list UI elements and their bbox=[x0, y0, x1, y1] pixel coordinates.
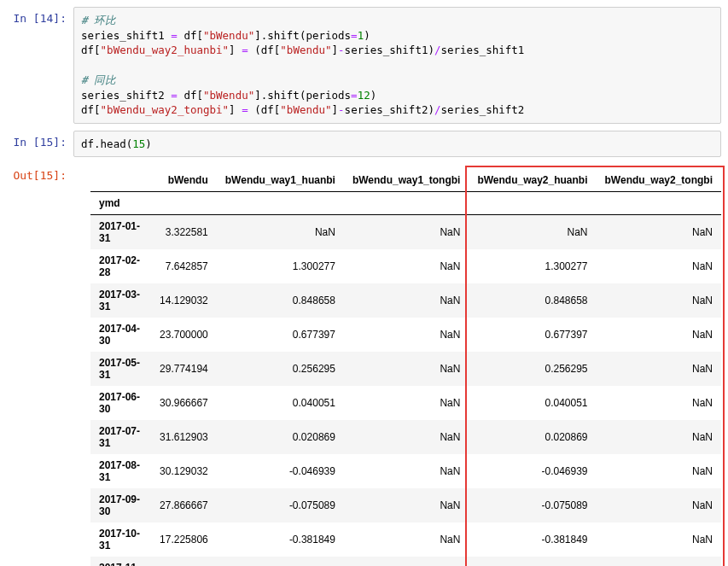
column-header: bWendu_way1_tongbi bbox=[344, 169, 469, 192]
index-name: ymd bbox=[90, 192, 151, 215]
code-input[interactable]: df.head(15) bbox=[73, 131, 721, 158]
table-cell: -0.046939 bbox=[217, 454, 344, 488]
table-cell: NaN bbox=[597, 215, 721, 250]
table-cell: NaN bbox=[597, 522, 721, 557]
output-prompt: Out[15]: bbox=[7, 164, 73, 566]
input-prompt: In [14]: bbox=[7, 7, 73, 124]
row-index: 2017-11-30 bbox=[90, 557, 151, 566]
header-blank bbox=[90, 169, 151, 192]
table-cell: 0.040051 bbox=[217, 386, 344, 420]
table-cell: 30.129032 bbox=[151, 454, 217, 488]
table-cell: 30.966667 bbox=[151, 386, 217, 420]
table-cell: 0.677397 bbox=[217, 318, 344, 352]
table-cell: 1.300277 bbox=[469, 249, 596, 283]
table-row: 2017-07-3131.6129030.020869NaN0.020869Na… bbox=[90, 420, 721, 454]
table-cell: -0.075089 bbox=[217, 488, 344, 522]
column-header: bWendu_way2_huanbi bbox=[469, 169, 596, 192]
row-index: 2017-01-31 bbox=[90, 215, 151, 250]
table-row: 2017-09-3027.866667-0.075089NaN-0.075089… bbox=[90, 488, 721, 522]
table-cell: -0.444632 bbox=[469, 557, 596, 566]
code-cell-14: In [14]: # 环比 series_shift1 = df["bWendu… bbox=[7, 7, 721, 124]
table-header-row: bWendu bWendu_way1_huanbi bWendu_way1_to… bbox=[90, 169, 721, 192]
table-row: 2017-03-3114.1290320.848658NaN0.848658Na… bbox=[90, 283, 721, 318]
table-cell: NaN bbox=[344, 522, 469, 557]
table-cell: 0.848658 bbox=[469, 283, 596, 318]
table-cell: NaN bbox=[597, 283, 721, 318]
table-cell: 29.774194 bbox=[151, 352, 217, 386]
table-cell: 0.020869 bbox=[217, 420, 344, 454]
row-index: 2017-05-31 bbox=[90, 352, 151, 386]
table-cell: NaN bbox=[344, 283, 469, 318]
table-cell: NaN bbox=[217, 215, 344, 250]
table-cell: NaN bbox=[344, 318, 469, 352]
table-cell: NaN bbox=[597, 352, 721, 386]
table-cell: NaN bbox=[344, 420, 469, 454]
table-cell: NaN bbox=[597, 249, 721, 283]
row-index: 2017-08-31 bbox=[90, 454, 151, 488]
table-cell: 14.129032 bbox=[151, 283, 217, 318]
row-index: 2017-02-28 bbox=[90, 249, 151, 283]
table-cell: NaN bbox=[597, 386, 721, 420]
table-cell: 0.040051 bbox=[469, 386, 596, 420]
table-cell: -0.075089 bbox=[469, 488, 596, 522]
table-cell: 1.300277 bbox=[217, 249, 344, 283]
table-cell: 0.020869 bbox=[469, 420, 596, 454]
row-index: 2017-09-30 bbox=[90, 488, 151, 522]
table-cell: NaN bbox=[344, 488, 469, 522]
table-cell: 0.256295 bbox=[217, 352, 344, 386]
table-cell: -0.046939 bbox=[469, 454, 596, 488]
table-cell: -0.381849 bbox=[469, 522, 596, 557]
row-index: 2017-10-31 bbox=[90, 522, 151, 557]
row-index: 2017-06-30 bbox=[90, 386, 151, 420]
table-cell: NaN bbox=[344, 352, 469, 386]
table-row: 2017-05-3129.7741940.256295NaN0.256295Na… bbox=[90, 352, 721, 386]
table-cell: 17.225806 bbox=[151, 522, 217, 557]
table-cell: NaN bbox=[597, 488, 721, 522]
table-row: 2017-08-3130.129032-0.046939NaN-0.046939… bbox=[90, 454, 721, 488]
code-cell-15: In [15]: df.head(15) bbox=[7, 131, 721, 158]
column-header: bWendu_way1_huanbi bbox=[217, 169, 344, 192]
index-name-row: ymd bbox=[90, 192, 721, 215]
table-cell: 27.866667 bbox=[151, 488, 217, 522]
table-cell: NaN bbox=[344, 249, 469, 283]
table-cell: -0.381849 bbox=[217, 522, 344, 557]
table-row: 2017-02-287.6428571.300277NaN1.300277NaN bbox=[90, 249, 721, 283]
table-cell: 0.677397 bbox=[469, 318, 596, 352]
table-cell: NaN bbox=[344, 386, 469, 420]
column-header: bWendu bbox=[151, 169, 217, 192]
row-index: 2017-07-31 bbox=[90, 420, 151, 454]
dataframe-table: bWendu bWendu_way1_huanbi bWendu_way1_to… bbox=[90, 169, 721, 566]
table-cell: NaN bbox=[344, 454, 469, 488]
table-cell: 0.256295 bbox=[469, 352, 596, 386]
input-prompt: In [15]: bbox=[7, 131, 73, 158]
table-cell: NaN bbox=[469, 215, 596, 250]
table-cell: NaN bbox=[597, 318, 721, 352]
table-cell: NaN bbox=[597, 557, 721, 566]
table-cell: NaN bbox=[597, 454, 721, 488]
table-row: 2017-06-3030.9666670.040051NaN0.040051Na… bbox=[90, 386, 721, 420]
table-cell: 3.322581 bbox=[151, 215, 217, 250]
column-header: bWendu_way2_tongbi bbox=[597, 169, 721, 192]
table-row: 2017-04-3023.7000000.677397NaN0.677397Na… bbox=[90, 318, 721, 352]
table-row: 2017-11-309.566667-0.444632NaN-0.444632N… bbox=[90, 557, 721, 566]
table-cell: NaN bbox=[597, 420, 721, 454]
table-cell: NaN bbox=[344, 215, 469, 250]
code-input[interactable]: # 环比 series_shift1 = df["bWendu"].shift(… bbox=[73, 7, 721, 124]
table-cell: -0.444632 bbox=[217, 557, 344, 566]
output-cell-15: Out[15]: bWendu bWendu_way1_huanbi bWend… bbox=[7, 164, 721, 566]
table-row: 2017-01-313.322581NaNNaNNaNNaN bbox=[90, 215, 721, 250]
table-row: 2017-10-3117.225806-0.381849NaN-0.381849… bbox=[90, 522, 721, 557]
table-cell: 31.612903 bbox=[151, 420, 217, 454]
table-cell: NaN bbox=[344, 557, 469, 566]
row-index: 2017-03-31 bbox=[90, 283, 151, 318]
table-cell: 9.566667 bbox=[151, 557, 217, 566]
table-cell: 7.642857 bbox=[151, 249, 217, 283]
table-cell: 23.700000 bbox=[151, 318, 217, 352]
table-cell: 0.848658 bbox=[217, 283, 344, 318]
output-area: bWendu bWendu_way1_huanbi bWendu_way1_to… bbox=[73, 164, 721, 566]
row-index: 2017-04-30 bbox=[90, 318, 151, 352]
